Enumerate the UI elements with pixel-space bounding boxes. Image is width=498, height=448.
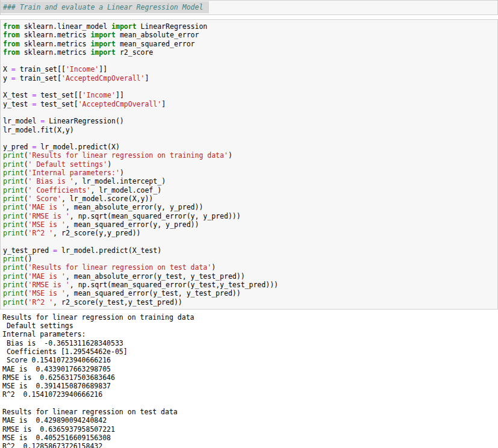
code-line[interactable]: print('RMSE is ', np.sqrt(mean_squared_e… xyxy=(3,281,497,289)
notebook-view: { "colors": { "cell_background": "#f7f7f… xyxy=(0,0,498,448)
code-line[interactable]: from sklearn.linear_model import LinearR… xyxy=(3,22,497,31)
code-line[interactable]: print('MSE is ', mean_squared_error(y_te… xyxy=(3,289,497,297)
code-line[interactable]: print(' Score', lr_model.score(X,y)) xyxy=(3,194,497,203)
code-line[interactable]: print('MAE is ', mean_absolute_error(y_t… xyxy=(3,272,497,281)
code-line[interactable] xyxy=(3,237,497,246)
code-line[interactable]: y_test = test_set['AcceptedCmpOverall'] xyxy=(3,100,497,108)
code-line[interactable]: print(' Bias is ', lr_model.intercept_) xyxy=(3,177,497,185)
output-area: Results for linear regression on trainin… xyxy=(0,310,498,448)
code-line[interactable]: print(' Coefficients', lr_model.coef_) xyxy=(3,186,497,194)
code-line[interactable]: from sklearn.metrics import mean_absolut… xyxy=(3,31,497,39)
code-line[interactable] xyxy=(3,134,497,143)
code-line[interactable] xyxy=(3,82,497,91)
code-line[interactable]: print('R^2 ', r2_score(y,y_pred)) xyxy=(3,229,497,237)
code-line[interactable]: X_test = test_set[['Income']] xyxy=(3,91,497,99)
code-line[interactable]: print('R^2 ', r2_score(y_test,y_test_pre… xyxy=(3,298,497,306)
code-line[interactable]: lr_model.fit(X,y) xyxy=(3,126,497,134)
code-line[interactable]: print('MSE is ', mean_squared_error(y, y… xyxy=(3,220,497,229)
code-line[interactable]: print('Results for linear regression on … xyxy=(3,263,497,272)
selected-text-highlight: ### Train and evaluate a Linear Regressi… xyxy=(1,1,209,13)
code-line[interactable]: print('Internal parameters:') xyxy=(3,169,497,177)
code-editor[interactable]: from sklearn.linear_model import LinearR… xyxy=(3,22,497,306)
code-line[interactable]: print() xyxy=(3,255,497,263)
code-line[interactable] xyxy=(3,108,497,117)
markdown-heading-source: ### Train and evaluate a Linear Regressi… xyxy=(3,3,203,11)
code-line[interactable]: from sklearn.metrics import r2_score xyxy=(3,48,497,57)
code-line[interactable]: print('RMSE is ', np.sqrt(mean_squared_e… xyxy=(3,212,497,220)
code-line[interactable]: from sklearn.metrics import mean_squared… xyxy=(3,40,497,48)
code-line[interactable]: y_test_pred = lr_model.predict(X_test) xyxy=(3,246,497,255)
code-line[interactable]: y = train_set['AcceptedCmpOverall'] xyxy=(3,74,497,82)
code-line[interactable]: print(' Default settings') xyxy=(3,160,497,169)
output-text: Results for linear regression on trainin… xyxy=(2,313,498,448)
code-cell[interactable]: from sklearn.linear_model import LinearR… xyxy=(0,19,498,310)
code-line[interactable] xyxy=(3,57,497,65)
code-line[interactable]: X = train_set[['Income']] xyxy=(3,65,497,73)
markdown-source-cell[interactable]: ### Train and evaluate a Linear Regressi… xyxy=(0,0,498,15)
code-line[interactable]: y_pred = lr_model.predict(X) xyxy=(3,143,497,151)
code-line[interactable]: print('Results for linear regression on … xyxy=(3,151,497,160)
code-line[interactable]: print('MAE is ', mean_absolute_error(y, … xyxy=(3,203,497,211)
code-line[interactable]: lr_model = LinearRegression() xyxy=(3,117,497,125)
